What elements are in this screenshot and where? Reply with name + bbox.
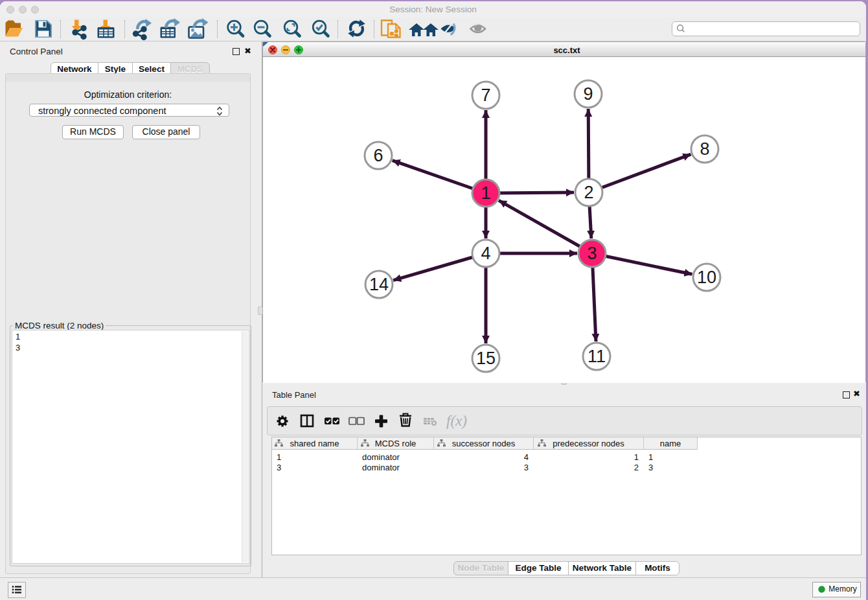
svg-text:14: 14: [369, 275, 389, 294]
svg-text:3: 3: [587, 244, 597, 263]
svg-text:4: 4: [481, 244, 490, 263]
svg-text:7: 7: [481, 86, 490, 105]
svg-text:15: 15: [476, 349, 496, 368]
svg-text:f(x): f(x): [446, 413, 467, 429]
svg-text:8: 8: [700, 139, 709, 159]
svg-text:2: 2: [584, 183, 593, 202]
svg-text:11: 11: [588, 347, 606, 366]
svg-text:6: 6: [373, 146, 383, 165]
svg-text:9: 9: [583, 84, 593, 104]
svg-text:10: 10: [697, 268, 716, 287]
svg-text:1: 1: [481, 183, 490, 203]
